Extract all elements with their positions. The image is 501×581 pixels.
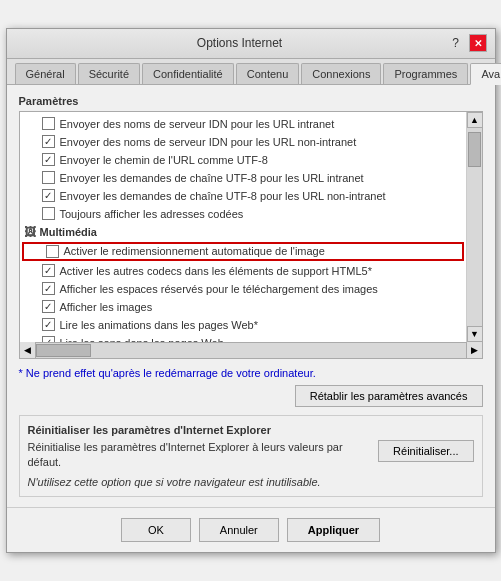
list-item[interactable]: Toujours afficher les adresses codées [20,205,466,223]
group-header: 🖼 Multimédia [20,223,466,241]
note-text: * Ne prend effet qu'après le redémarrage… [19,367,483,379]
dialog: Options Internet ? ✕ Général Sécurité Co… [6,28,496,554]
hscroll-track[interactable] [36,343,466,358]
tabs-bar: Général Sécurité Confidentialité Contenu… [7,59,495,85]
checkbox[interactable] [42,336,55,342]
section-label: Paramètres [19,95,483,107]
ok-button[interactable]: OK [121,518,191,542]
checkbox[interactable] [42,135,55,148]
close-button[interactable]: ✕ [469,34,487,52]
tab-programmes[interactable]: Programmes [383,63,468,84]
apply-button[interactable]: Appliquer [287,518,380,542]
list-item[interactable]: Afficher les images [20,298,466,316]
settings-listbox[interactable]: Envoyer des noms de serveur IDN pour les… [19,111,483,343]
checkbox[interactable] [42,318,55,331]
item-label: Envoyer des noms de serveur IDN pour les… [60,118,335,130]
tab-connexions[interactable]: Connexions [301,63,381,84]
group-icon: 🖼 [24,225,36,239]
content-area: Paramètres Envoyer des noms de serveur I… [7,85,495,508]
checkbox[interactable] [42,153,55,166]
tab-contenu[interactable]: Contenu [236,63,300,84]
checkbox[interactable] [42,207,55,220]
item-label: Activer le redimensionnement automatique… [64,245,325,257]
item-label: Envoyer le chemin de l'URL comme UTF-8 [60,154,268,166]
item-label: Activer les autres codecs dans les éléme… [60,265,372,277]
tab-securite[interactable]: Sécurité [78,63,140,84]
checkbox[interactable] [42,117,55,130]
bottom-buttons: OK Annuler Appliquer [7,507,495,552]
reinit-warning: N'utilisez cette option que si votre nav… [28,476,474,488]
checkbox[interactable] [42,189,55,202]
item-label: Afficher les images [60,301,153,313]
list-item[interactable]: Lire les animations dans les pages Web* [20,316,466,334]
checkbox[interactable] [42,264,55,277]
item-label: Envoyer des noms de serveur IDN pour les… [60,136,357,148]
cancel-button[interactable]: Annuler [199,518,279,542]
list-item[interactable]: Envoyer des noms de serveur IDN pour les… [20,115,466,133]
item-label: Lire les sons dans les pages Web [60,337,224,342]
group-label: Multimédia [40,226,97,238]
scroll-left-button[interactable]: ◀ [20,342,36,358]
hscroll-thumb[interactable] [36,344,91,357]
list-item[interactable]: Activer les autres codecs dans les éléme… [20,262,466,280]
checkbox[interactable] [42,171,55,184]
scroll-down-button[interactable]: ▼ [467,326,483,342]
dialog-title: Options Internet [33,36,447,50]
reinit-row: Réinitialise les paramètres d'Internet E… [28,440,474,471]
vertical-scrollbar[interactable]: ▲ ▼ [466,112,482,342]
list-item[interactable]: Envoyer les demandes de chaîne UTF-8 pou… [20,169,466,187]
tab-general[interactable]: Général [15,63,76,84]
horizontal-scrollbar[interactable]: ◀ ▶ [19,343,483,359]
list-item[interactable]: Afficher les espaces réservés pour le té… [20,280,466,298]
reinit-description: Réinitialise les paramètres d'Internet E… [28,440,369,471]
scroll-track[interactable] [467,128,482,326]
item-label: Afficher les espaces réservés pour le té… [60,283,378,295]
scroll-up-button[interactable]: ▲ [467,112,483,128]
title-bar: Options Internet ? ✕ [7,29,495,59]
tab-avance[interactable]: Avancé [470,63,501,85]
item-label: Envoyer les demandes de chaîne UTF-8 pou… [60,190,386,202]
restore-button[interactable]: Rétablir les paramètres avancés [295,385,483,407]
reinit-title: Réinitialiser les paramètres d'Internet … [28,424,474,436]
list-item[interactable]: Lire les sons dans les pages Web [20,334,466,342]
tab-confidentialite[interactable]: Confidentialité [142,63,234,84]
checkbox[interactable] [42,282,55,295]
checkbox[interactable] [42,300,55,313]
list-item-highlighted[interactable]: Activer le redimensionnement automatique… [22,242,464,261]
help-button[interactable]: ? [447,34,465,52]
item-label: Toujours afficher les adresses codées [60,208,244,220]
title-bar-controls: ? ✕ [447,34,487,52]
list-item[interactable]: Envoyer le chemin de l'URL comme UTF-8 [20,151,466,169]
item-label: Envoyer les demandes de chaîne UTF-8 pou… [60,172,364,184]
reinit-button[interactable]: Réinitialiser... [378,440,473,462]
list-item[interactable]: Envoyer les demandes de chaîne UTF-8 pou… [20,187,466,205]
scroll-thumb[interactable] [468,132,481,167]
checkbox[interactable] [46,245,59,258]
item-label: Lire les animations dans les pages Web* [60,319,259,331]
restore-btn-row: Rétablir les paramètres avancés [19,385,483,407]
list-item[interactable]: Envoyer des noms de serveur IDN pour les… [20,133,466,151]
reinit-section: Réinitialiser les paramètres d'Internet … [19,415,483,498]
scroll-right-button[interactable]: ▶ [466,342,482,358]
